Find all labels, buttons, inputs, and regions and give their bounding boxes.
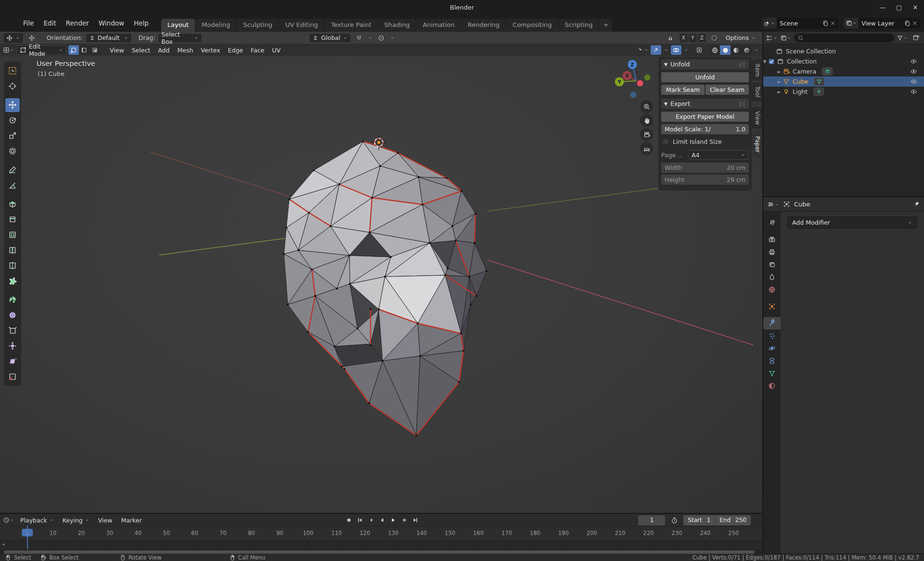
new-collection-icon[interactable] xyxy=(911,33,921,43)
tool-rotate[interactable] xyxy=(5,114,20,128)
workspace-tab-rendering[interactable]: Rendering xyxy=(462,19,506,32)
properties-tab-render[interactable] xyxy=(763,233,781,246)
remove-view-layer-icon[interactable]: ✕ xyxy=(912,20,917,27)
model-scale-field[interactable]: Model Scale: 1/1.0 xyxy=(661,124,749,134)
maximize-icon[interactable]: ▢ xyxy=(895,4,903,11)
tool-spin[interactable] xyxy=(5,293,20,307)
properties-tab-view-layer[interactable] xyxy=(763,258,781,271)
workspace-tab-layout[interactable]: Layout xyxy=(161,19,195,32)
hide-in-viewport-icon[interactable] xyxy=(910,68,917,75)
tool-extrude-region[interactable] xyxy=(5,213,20,227)
tool-annotate[interactable] xyxy=(5,163,20,177)
channels-expand-icon[interactable]: ▸ xyxy=(3,542,5,547)
sidebar-tab-item[interactable]: Item xyxy=(752,60,762,80)
hide-in-viewport-icon[interactable] xyxy=(910,78,917,85)
sidebar-tab-tool[interactable]: Tool xyxy=(752,82,762,101)
panel-grip-icon[interactable]: ⣿⣿ xyxy=(739,62,746,67)
tool-smooth[interactable] xyxy=(5,308,20,322)
menu-help[interactable]: Help xyxy=(129,17,154,29)
unfold-section-header[interactable]: ▼Unfold⣿⣿ xyxy=(661,59,749,69)
viewport-menu-face[interactable]: Face xyxy=(247,45,268,55)
timeline-scrollbar[interactable] xyxy=(0,549,762,554)
outliner-search-input[interactable] xyxy=(794,34,894,42)
navigation-gizmo[interactable]: ZXY xyxy=(611,57,654,105)
3d-viewport[interactable]: User Perspective (1) Cube ZXY ▼Unfold⣿⣿ … xyxy=(0,56,762,513)
tool-bevel[interactable] xyxy=(5,243,20,257)
camera-data-icon[interactable] xyxy=(822,67,833,76)
properties-tab-modifiers[interactable] xyxy=(763,317,781,330)
timeline-menu-playback[interactable]: Playback xyxy=(16,515,58,525)
proportional-editing-icon[interactable] xyxy=(376,33,386,43)
tool-shear[interactable] xyxy=(5,355,20,369)
menu-edit[interactable]: Edit xyxy=(39,17,61,29)
viewport-menu-view[interactable]: View xyxy=(106,45,128,55)
transform-orientation-dropdown[interactable]: Global xyxy=(309,33,351,43)
properties-tab-physics[interactable] xyxy=(763,342,781,355)
view-layer-name[interactable]: View Layer xyxy=(861,20,902,27)
overlays-settings-chevron-icon[interactable] xyxy=(683,45,689,55)
jump-to-start-button[interactable] xyxy=(355,515,365,525)
expand-icon[interactable]: ► xyxy=(776,79,783,84)
properties-tab-object[interactable] xyxy=(763,300,781,313)
show-object-types-icon[interactable] xyxy=(637,45,649,55)
sidebar-tab-view[interactable]: View xyxy=(752,107,762,128)
properties-tab-tool[interactable] xyxy=(763,217,781,229)
properties-tab-material[interactable] xyxy=(763,380,781,392)
tool-edge-slide[interactable] xyxy=(5,324,20,338)
mirror-x-toggle[interactable]: X xyxy=(680,34,688,42)
outliner-row-collection[interactable]: ▼Collection xyxy=(763,56,924,66)
properties-tab-constraints[interactable] xyxy=(763,355,781,367)
snap-settings-chevron-icon[interactable] xyxy=(367,33,373,43)
camera-view-button[interactable] xyxy=(640,128,653,141)
options-dropdown[interactable]: Options xyxy=(722,33,759,43)
expand-icon[interactable]: ► xyxy=(776,89,783,94)
scene-type-icon[interactable] xyxy=(762,18,777,28)
viewport-menu-vertex[interactable]: Vertex xyxy=(197,45,224,55)
limit-island-size-checkbox[interactable] xyxy=(662,139,669,145)
record-button[interactable] xyxy=(344,515,354,525)
face-select-mode-icon[interactable] xyxy=(90,45,100,55)
menu-window[interactable]: Window xyxy=(94,17,129,29)
properties-tab-world[interactable] xyxy=(763,283,781,296)
current-frame-field[interactable]: 1 xyxy=(638,515,665,525)
expand-icon[interactable]: ► xyxy=(776,69,783,74)
mode-dropdown[interactable]: Edit Mode xyxy=(16,45,66,55)
properties-tab-object-data[interactable] xyxy=(763,367,781,380)
mark-seam-button[interactable]: Mark Seam xyxy=(661,85,705,95)
xray-toggle-icon[interactable] xyxy=(694,45,705,55)
wireframe-shading-icon[interactable] xyxy=(709,45,720,55)
panel-grip-icon[interactable]: ⣿⣿ xyxy=(739,102,746,106)
timeline-menu-marker[interactable]: Marker xyxy=(117,515,145,525)
page-height-field[interactable]: Height29 cm xyxy=(661,175,749,185)
workspace-tab-sculpting[interactable]: Sculpting xyxy=(237,19,279,32)
outliner-item-label[interactable]: Scene Collection xyxy=(786,48,836,55)
outliner-row-scene-collection[interactable]: Scene Collection xyxy=(763,46,924,56)
editor-type-button[interactable] xyxy=(3,45,14,55)
tool-move[interactable] xyxy=(5,98,20,112)
new-view-layer-icon[interactable] xyxy=(904,20,911,26)
transform-gizmo-icon[interactable] xyxy=(26,33,37,43)
viewport-menu-uv[interactable]: UV xyxy=(268,45,284,55)
outliner-item-label[interactable]: Cube xyxy=(793,78,808,85)
blender-logo-icon[interactable] xyxy=(4,17,15,29)
timeline-editor-type-button[interactable] xyxy=(3,515,14,525)
tool-cursor[interactable] xyxy=(5,79,20,93)
tool-add-cube[interactable] xyxy=(5,197,20,211)
tool-transform[interactable] xyxy=(5,144,20,158)
light-data-icon[interactable] xyxy=(813,88,824,96)
orientation-dropdown[interactable]: Default xyxy=(86,33,132,43)
outliner-display-mode-button[interactable] xyxy=(780,33,792,43)
add-workspace-button[interactable]: + xyxy=(599,19,612,32)
outliner-row-light[interactable]: ►Light xyxy=(763,87,924,97)
shading-settings-chevron-icon[interactable] xyxy=(754,45,759,55)
tool-scale[interactable] xyxy=(5,129,20,143)
add-modifier-dropdown[interactable]: Add Modifier xyxy=(787,217,917,229)
end-frame-field[interactable]: End250 xyxy=(715,517,751,523)
proportional-falloff-chevron-icon[interactable] xyxy=(389,33,395,43)
hide-in-viewport-icon[interactable] xyxy=(910,58,917,65)
view-layer-type-icon[interactable] xyxy=(844,18,859,28)
outliner-item-label[interactable]: Collection xyxy=(787,58,817,65)
outliner-filter-icon[interactable] xyxy=(897,33,908,43)
export-paper-model-button[interactable]: Export Paper Model xyxy=(661,112,749,122)
workspace-tab-scripting[interactable]: Scripting xyxy=(559,19,599,32)
